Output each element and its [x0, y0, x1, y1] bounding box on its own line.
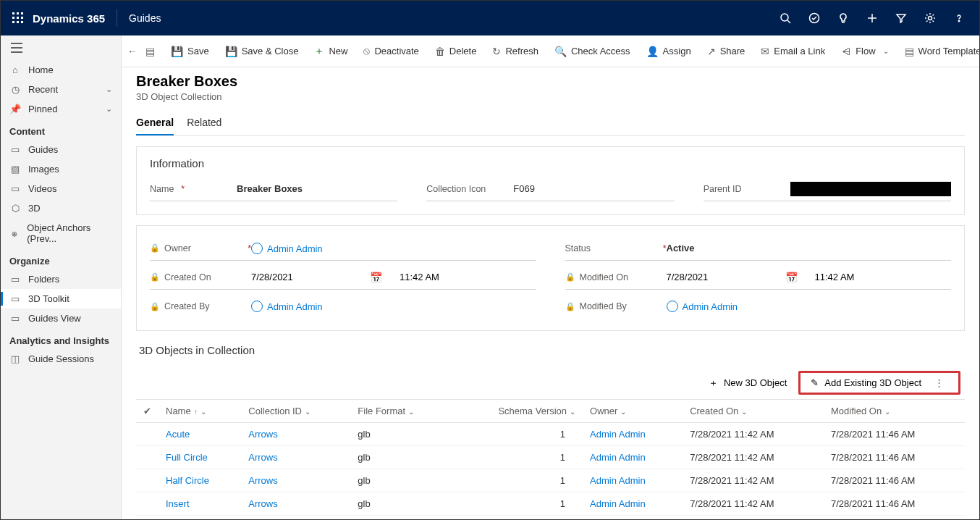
- owner-link[interactable]: Admin Admin: [251, 243, 536, 254]
- field-status[interactable]: Status* Active: [565, 236, 952, 261]
- sidebar-item-label: Home: [28, 64, 54, 75]
- sidebar-item-guides[interactable]: ▭Guides: [1, 140, 121, 159]
- lightbulb-icon[interactable]: [829, 1, 858, 35]
- filter-icon[interactable]: [887, 1, 916, 35]
- row-select[interactable]: [136, 469, 159, 492]
- app-launcher-icon[interactable]: [7, 12, 30, 24]
- new-button[interactable]: ＋New: [307, 41, 355, 62]
- sidebar-item-folders[interactable]: ▭Folders: [1, 269, 121, 289]
- field-name[interactable]: Name* Breaker Boxes: [150, 177, 397, 201]
- edit-icon: ✎: [811, 377, 819, 388]
- cmd-label: Refresh: [505, 46, 538, 56]
- add-icon[interactable]: [858, 1, 887, 35]
- field-label: Parent ID: [704, 184, 790, 194]
- field-collection-icon[interactable]: Collection Icon F069: [426, 177, 674, 201]
- chevron-down-icon: ⌄: [883, 47, 889, 55]
- cell-schema: 1: [452, 446, 583, 469]
- delete-button[interactable]: 🗑Delete: [428, 41, 484, 62]
- field-owner[interactable]: 🔒Owner* Admin Admin: [150, 236, 536, 261]
- object-link[interactable]: Insert: [166, 498, 190, 509]
- save-button[interactable]: 💾Save: [164, 41, 216, 62]
- field-label: 🔒Created On: [150, 272, 251, 282]
- sidebar-item-home[interactable]: ⌂Home: [1, 60, 121, 80]
- sidebar-item-recent[interactable]: ◷Recent⌄: [1, 80, 121, 99]
- lock-icon: 🔒: [150, 272, 160, 282]
- tab-general[interactable]: General: [136, 112, 174, 135]
- cell-collection: Arrows: [241, 492, 350, 516]
- mail-icon: ✉: [761, 46, 769, 57]
- sidebar-item-3d-toolkit[interactable]: ▭3D Toolkit: [1, 289, 121, 309]
- object-link[interactable]: Acute: [166, 429, 190, 440]
- sidebar-item-3d[interactable]: ⬡3D: [1, 198, 121, 218]
- col-created-on[interactable]: Created On⌄: [683, 400, 824, 423]
- section-3d-objects: 3D Objects in Collection ＋New 3D Object …: [136, 344, 965, 516]
- user-link[interactable]: Admin Admin: [251, 301, 536, 312]
- plus-icon: ＋: [314, 45, 324, 58]
- sidebar-item-pinned[interactable]: 📌Pinned⌄: [1, 99, 121, 119]
- owner-link[interactable]: Admin Admin: [590, 429, 646, 440]
- calendar-icon: 📅: [785, 272, 798, 283]
- task-icon[interactable]: [800, 1, 829, 35]
- share-button[interactable]: ↗Share: [700, 41, 753, 62]
- sidebar-item-guides-view[interactable]: ▭Guides View: [1, 309, 121, 328]
- col-name[interactable]: Name↑⌄: [159, 400, 241, 423]
- email-link-button[interactable]: ✉Email a Link: [753, 41, 832, 62]
- table-row[interactable]: Half CircleArrowsglb1Admin Admin7/28/202…: [136, 469, 965, 492]
- tab-related[interactable]: Related: [187, 112, 221, 135]
- collection-link[interactable]: Arrows: [248, 498, 277, 509]
- sidebar-item-label: Guide Sessions: [28, 353, 94, 364]
- col-select[interactable]: ✔: [136, 400, 159, 423]
- row-select[interactable]: [136, 446, 159, 469]
- new-3d-object-button[interactable]: ＋New 3D Object: [700, 372, 795, 394]
- cell-created: 7/28/2021 11:42 AM: [683, 446, 824, 469]
- help-icon[interactable]: [945, 1, 973, 35]
- user-link[interactable]: Admin Admin: [667, 301, 952, 312]
- row-select[interactable]: [136, 492, 159, 516]
- app-name[interactable]: Guides: [120, 12, 169, 24]
- hamburger-icon[interactable]: [1, 35, 121, 60]
- owner-link[interactable]: Admin Admin: [590, 498, 646, 509]
- search-icon[interactable]: [771, 1, 800, 35]
- collection-link[interactable]: Arrows: [248, 475, 277, 486]
- collection-link[interactable]: Arrows: [248, 429, 277, 440]
- col-file-format[interactable]: File Format⌄: [350, 400, 452, 423]
- svg-rect-6: [12, 21, 14, 23]
- object-link[interactable]: Half Circle: [166, 475, 209, 486]
- flow-button[interactable]: ⩤Flow⌄: [834, 41, 895, 62]
- gear-icon[interactable]: [916, 1, 945, 35]
- table-row[interactable]: AcuteArrowsglb1Admin Admin7/28/2021 11:4…: [136, 423, 965, 446]
- svg-rect-4: [17, 17, 19, 19]
- collection-link[interactable]: Arrows: [248, 452, 277, 463]
- cmd-label: Delete: [449, 46, 477, 56]
- word-templates-button[interactable]: ▤Word Templates⌄: [897, 41, 979, 62]
- deactivate-button[interactable]: ⦸Deactivate: [356, 41, 426, 62]
- owner-link[interactable]: Admin Admin: [590, 475, 646, 486]
- col-collection-id[interactable]: Collection ID⌄: [241, 400, 350, 423]
- back-button[interactable]: ←: [127, 46, 137, 56]
- time-value: 11:42 AM: [815, 272, 855, 282]
- object-link[interactable]: Full Circle: [166, 452, 208, 463]
- refresh-button[interactable]: ↻Refresh: [485, 41, 546, 62]
- lock-icon: 🔒: [565, 272, 575, 282]
- col-owner[interactable]: Owner⌄: [583, 400, 683, 423]
- col-schema-version[interactable]: Schema Version⌄: [452, 400, 583, 423]
- owner-link[interactable]: Admin Admin: [590, 452, 646, 463]
- field-parent-id[interactable]: Parent ID: [704, 177, 951, 201]
- check-access-button[interactable]: 🔍Check Access: [547, 41, 638, 62]
- col-modified-on[interactable]: Modified On⌄: [824, 400, 965, 423]
- table-row[interactable]: InsertArrowsglb1Admin Admin7/28/2021 11:…: [136, 492, 965, 516]
- more-vertical-icon[interactable]: ⋮: [930, 377, 948, 388]
- cell-name: Half Circle: [159, 469, 241, 492]
- sidebar-item-anchors[interactable]: ⎈Object Anchors (Prev...: [1, 218, 121, 248]
- form-selector-button[interactable]: ▤: [138, 41, 162, 62]
- sidebar-item-guide-sessions[interactable]: ◫Guide Sessions: [1, 349, 121, 369]
- brand-title[interactable]: Dynamics 365: [30, 12, 114, 25]
- row-select[interactable]: [136, 423, 159, 446]
- sidebar-item-videos[interactable]: ▭Videos: [1, 179, 121, 198]
- add-existing-3d-object-button[interactable]: ✎Add Existing 3D Object⋮: [798, 371, 960, 395]
- save-close-button[interactable]: 💾Save & Close: [218, 41, 306, 62]
- field-created-on: 🔒Created On 7/28/2021📅11:42 AM: [150, 265, 536, 290]
- table-row[interactable]: Full CircleArrowsglb1Admin Admin7/28/202…: [136, 446, 965, 469]
- sidebar-item-images[interactable]: ▧Images: [1, 159, 121, 179]
- assign-button[interactable]: 👤Assign: [639, 41, 698, 62]
